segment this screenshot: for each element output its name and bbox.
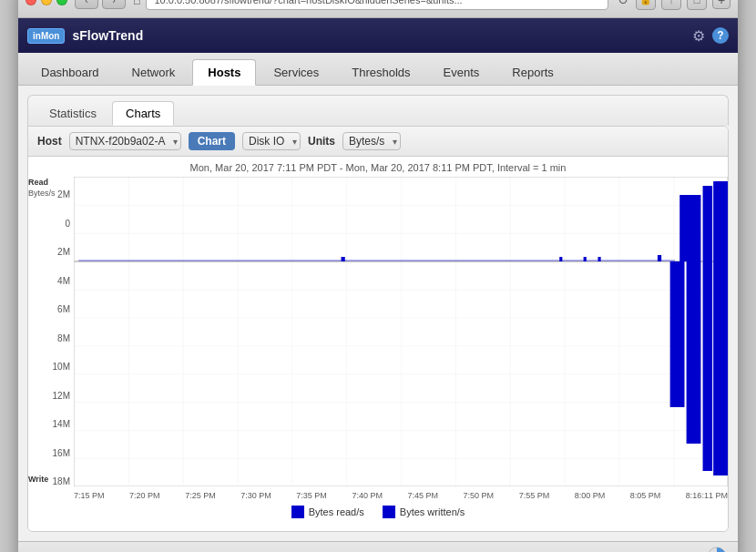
y-read-label: Read Bytes/s (28, 177, 56, 199)
close-button[interactable] (26, 0, 36, 5)
x-tick-730: 7:30 PM (240, 491, 271, 500)
svg-rect-16 (291, 506, 304, 518)
x-tick-750: 7:50 PM (464, 491, 495, 500)
x-tick-735: 7:35 PM (296, 491, 327, 500)
y-tick-8m: 8M (57, 333, 70, 343)
svg-rect-13 (703, 261, 713, 471)
chart-title: Mon, Mar 20, 2017 7:11 PM PDT - Mon, Mar… (28, 157, 728, 177)
app-title: sFlowTrend (72, 28, 143, 43)
units-select-wrapper: Bytes/s (342, 132, 401, 150)
y-tick-12m: 12M (53, 391, 70, 401)
x-tick-800: 8:00 PM (575, 491, 606, 500)
svg-rect-0 (74, 177, 728, 486)
svg-rect-17 (383, 506, 395, 518)
svg-rect-9 (703, 186, 713, 261)
minimize-button[interactable] (41, 0, 52, 5)
svg-rect-15 (78, 260, 675, 261)
x-tick-715: 7:15 PM (74, 491, 105, 500)
x-axis: 7:15 PM 7:20 PM 7:25 PM 7:30 PM 7:35 PM … (74, 489, 728, 500)
svg-rect-12 (687, 261, 701, 444)
url-text: 10.0.0.50:8087/sflowtrend/?chart=hostDis… (154, 0, 462, 5)
host-label: Host (37, 135, 62, 148)
app-header-icons: ⚙ ? (692, 27, 729, 45)
x-tick-720: 7:20 PM (129, 491, 160, 500)
back-button[interactable]: ‹ (75, 0, 98, 9)
legend-written: Bytes written/s (383, 506, 465, 518)
x-tick-816: 8:16:11 PM (686, 491, 728, 500)
x-tick-755: 7:55 PM (519, 491, 550, 500)
nav-buttons: ‹ › (75, 0, 126, 9)
chart-select[interactable]: Disk IO (242, 132, 301, 150)
address-bar-area: ⌂ 10.0.0.50:8087/sflowtrend/?chart=hostD… (133, 0, 628, 10)
back-icon: ‹ (85, 0, 88, 5)
tab-dashboard[interactable]: Dashboard (26, 59, 115, 86)
svg-rect-8 (679, 195, 700, 261)
y-tick-14m: 14M (53, 419, 70, 429)
help-icon[interactable]: ? (712, 27, 729, 44)
chart-svg (74, 177, 728, 486)
y-tick-10m: 10M (53, 362, 70, 372)
units-label: Units (308, 135, 335, 148)
new-tab-button[interactable]: + (712, 0, 730, 9)
y-tick-16m: 16M (53, 448, 70, 458)
tab-services[interactable]: Services (258, 59, 334, 86)
tab-statistics[interactable]: Statistics (36, 101, 110, 126)
share-icon[interactable]: ↑ (661, 0, 681, 10)
legend-read: Bytes read/s (291, 506, 364, 518)
tab-hosts[interactable]: Hosts (192, 59, 256, 86)
app-header: inMon sFlowTrend ⚙ ? (18, 18, 738, 53)
svg-rect-14 (713, 261, 728, 475)
tab-network[interactable]: Network (117, 59, 191, 86)
forward-button[interactable]: › (102, 0, 126, 9)
chart-body: Read Bytes/s 2M 0 2M 4M 6M 8M 10M 12M (28, 177, 728, 500)
legend-written-label: Bytes written/s (400, 506, 465, 517)
status-bar: Monitoring: switches/routers: 2, hosts: … (18, 541, 738, 552)
y-tick-2m: 2M (57, 247, 70, 257)
host-select[interactable]: NTNX-f20b9a02-A (69, 132, 181, 150)
units-select[interactable]: Bytes/s (342, 132, 401, 150)
logo-box: inMon (27, 28, 65, 44)
svg-rect-10 (713, 181, 728, 261)
sub-tabs: Statistics Charts (27, 95, 729, 126)
y-tick-2m-top: 2M (57, 189, 70, 199)
y-tick-18m: 18M (53, 476, 70, 486)
address-bar[interactable]: 10.0.0.50:8087/sflowtrend/?chart=hostDis… (146, 0, 608, 10)
x-tick-745: 7:45 PM (407, 491, 438, 500)
reload-icon[interactable]: ↻ (618, 0, 628, 7)
chart-svg-container: 7:15 PM 7:20 PM 7:25 PM 7:30 PM 7:35 PM … (74, 177, 728, 500)
legend-written-icon (383, 506, 395, 518)
status-pie-icon (707, 547, 727, 553)
browser-window: ‹ › ⌂ 10.0.0.50:8087/sflowtrend/?chart=h… (18, 0, 738, 552)
gear-icon[interactable]: ⚙ (692, 27, 705, 45)
traffic-lights (26, 0, 67, 5)
tab-events[interactable]: Events (428, 59, 495, 86)
content-area: Statistics Charts Host NTNX-f20b9a02-A C… (18, 86, 738, 541)
legend-read-icon (291, 506, 304, 518)
y-tick-6m: 6M (57, 304, 70, 314)
y-write-label: Write (28, 475, 48, 484)
home-icon[interactable]: ⌂ (133, 0, 140, 7)
forward-icon: › (112, 0, 116, 5)
app-logo: inMon sFlowTrend (27, 28, 143, 44)
main-nav: Dashboard Network Hosts Services Thresho… (18, 53, 738, 86)
y-tick-0: 0 (65, 219, 70, 229)
chart-panel: Host NTNX-f20b9a02-A Chart Disk IO Units… (27, 126, 729, 532)
controls-bar: Host NTNX-f20b9a02-A Chart Disk IO Units… (28, 127, 728, 157)
chart-area: Mon, Mar 20, 2017 7:11 PM PDT - Mon, Mar… (28, 157, 728, 531)
x-tick-725: 7:25 PM (185, 491, 216, 500)
toolbar-icons: 🔒 ↑ □ + (636, 0, 730, 10)
lock-icon[interactable]: 🔒 (636, 0, 656, 10)
chart-legend: Bytes read/s Bytes written/s (28, 500, 728, 522)
tab-charts[interactable]: Charts (112, 101, 174, 126)
tab-thresholds[interactable]: Thresholds (336, 59, 425, 86)
tab-reports[interactable]: Reports (496, 59, 569, 86)
y-axis: Read Bytes/s 2M 0 2M 4M 6M 8M 10M 12M (28, 177, 74, 500)
svg-rect-11 (670, 261, 685, 407)
host-select-wrapper: NTNX-f20b9a02-A (69, 132, 181, 150)
y-tick-4m: 4M (57, 276, 70, 286)
maximize-button[interactable] (56, 0, 67, 5)
chart-select-wrapper: Disk IO (242, 132, 301, 150)
bookmarks-icon[interactable]: □ (687, 0, 707, 10)
x-tick-740: 7:40 PM (352, 491, 383, 500)
title-bar: ‹ › ⌂ 10.0.0.50:8087/sflowtrend/?chart=h… (18, 0, 738, 18)
